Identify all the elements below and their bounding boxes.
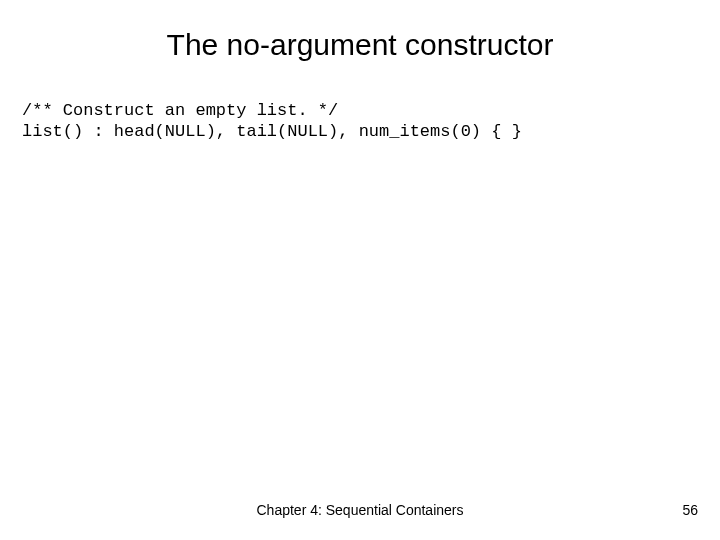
code-line-2: list() : head(NULL), tail(NULL), num_ite… [22,122,522,141]
footer-chapter: Chapter 4: Sequential Containers [0,502,720,518]
footer-page-number: 56 [682,502,698,518]
slide-title: The no-argument constructor [0,28,720,62]
code-block: /** Construct an empty list. */ list() :… [22,100,522,143]
slide: The no-argument constructor /** Construc… [0,0,720,540]
code-line-1: /** Construct an empty list. */ [22,101,338,120]
